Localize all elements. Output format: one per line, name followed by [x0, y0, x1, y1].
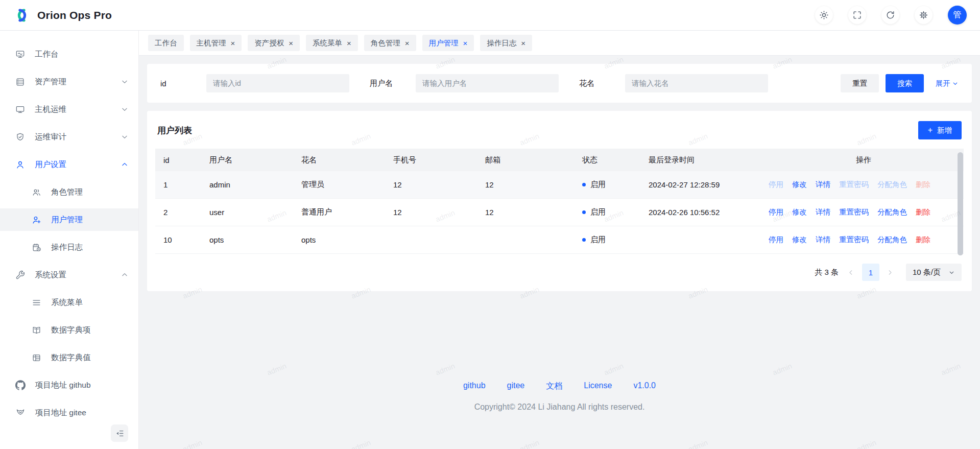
fullscreen-button[interactable]	[848, 6, 866, 24]
sidebar-item-operation-log[interactable]: 操作日志	[0, 236, 138, 258]
status-badge: 启用	[577, 235, 643, 245]
add-user-button[interactable]: + 新增	[918, 121, 962, 139]
prev-page-button[interactable]	[846, 269, 857, 276]
id-input[interactable]	[206, 74, 349, 92]
close-icon[interactable]: ×	[463, 39, 468, 47]
sidebar-item-label: 系统设置	[35, 270, 66, 280]
reset-button[interactable]: 重置	[841, 74, 879, 92]
chevron-up-icon	[121, 161, 128, 168]
action-reset-password[interactable]: 重置密码	[839, 207, 869, 217]
avatar[interactable]: 管	[948, 6, 967, 25]
sidebar-item-asset-management[interactable]: 资产管理	[0, 70, 138, 93]
theme-toggle-button[interactable]	[815, 6, 833, 24]
nickname-input[interactable]	[625, 74, 768, 92]
sun-icon	[819, 10, 829, 20]
sidebar-item-github-link[interactable]: 项目地址 github	[0, 374, 138, 396]
copyright-text: Copyright© 2024 Li Jiahang All rights re…	[147, 403, 972, 412]
book-icon	[32, 325, 41, 335]
field-label-username: 用户名	[370, 79, 416, 88]
refresh-button[interactable]	[881, 6, 899, 24]
footer-link-docs[interactable]: 文档	[546, 381, 562, 392]
column-header-email: 邮箱	[480, 155, 577, 165]
search-button[interactable]: 搜索	[886, 74, 924, 92]
action-detail[interactable]: 详情	[816, 180, 830, 190]
sidebar-item-label: 项目地址 gitee	[35, 408, 86, 418]
page-size-select[interactable]: 10 条/页	[906, 264, 962, 281]
close-icon[interactable]: ×	[405, 39, 410, 47]
footer-link-github[interactable]: github	[463, 381, 486, 392]
app-header: Orion Ops Pro	[0, 0, 980, 31]
tab-system-menu[interactable]: 系统菜单 ×	[306, 35, 358, 51]
sidebar-item-label: 数据字典值	[51, 352, 91, 363]
action-assign-role[interactable]: 分配角色	[877, 207, 907, 217]
wrench-icon	[15, 270, 25, 280]
close-icon[interactable]: ×	[347, 39, 351, 47]
action-disable[interactable]: 停用	[769, 207, 783, 217]
close-icon[interactable]: ×	[521, 39, 525, 47]
collapse-sidebar-button[interactable]	[111, 424, 128, 442]
sidebar-item-workbench[interactable]: 工作台	[0, 43, 138, 65]
page-number-1[interactable]: 1	[862, 264, 879, 281]
settings-button[interactable]	[915, 6, 933, 24]
chevron-left-icon	[847, 269, 855, 276]
expand-toggle[interactable]: 展开	[936, 79, 959, 88]
tab-operation-log[interactable]: 操作日志 ×	[480, 35, 532, 51]
chevron-down-icon	[121, 133, 128, 140]
column-header-actions: 操作	[763, 155, 964, 165]
search-actions: 重置 搜索 展开	[841, 74, 959, 92]
action-reset-password[interactable]: 重置密码	[839, 180, 869, 190]
page-footer: github gitee 文档 License v1.0.0 Copyright…	[147, 381, 972, 412]
sidebar-item-host-ops[interactable]: 主机运维	[0, 98, 138, 121]
column-header-id: id	[155, 156, 204, 164]
action-delete[interactable]: 删除	[916, 180, 930, 190]
sidebar-item-label: 角色管理	[51, 187, 83, 198]
action-detail[interactable]: 详情	[816, 207, 830, 217]
table-row: 2 user 普通用户 12 12 启用 2024-02-26 10:56:52…	[155, 199, 964, 226]
footer-link-version[interactable]: v1.0.0	[633, 381, 656, 392]
tab-host-management[interactable]: 主机管理 ×	[190, 35, 242, 51]
action-edit[interactable]: 修改	[792, 180, 807, 190]
sidebar-item-label: 项目地址 github	[35, 380, 91, 391]
plus-icon: +	[928, 126, 933, 134]
table-scrollbar[interactable]	[958, 152, 963, 255]
action-reset-password[interactable]: 重置密码	[839, 235, 869, 245]
sidebar-item-ops-audit[interactable]: 运维审计	[0, 126, 138, 148]
sidebar-item-role-management[interactable]: 角色管理	[0, 181, 138, 203]
sidebar-item-user-settings[interactable]: 用户设置	[0, 153, 138, 176]
sidebar-item-label: 用户设置	[35, 159, 66, 170]
action-edit[interactable]: 修改	[792, 235, 807, 245]
sidebar-item-user-management[interactable]: 用户管理	[0, 208, 138, 231]
close-icon[interactable]: ×	[289, 39, 293, 47]
action-detail[interactable]: 详情	[816, 235, 830, 245]
table-row: 1 admin 管理员 12 12 启用 2024-02-27 12:28:59…	[155, 171, 964, 199]
username-input[interactable]	[416, 74, 559, 92]
chevron-up-icon	[121, 271, 128, 278]
action-delete[interactable]: 删除	[916, 235, 930, 245]
action-assign-role[interactable]: 分配角色	[877, 180, 907, 190]
action-assign-role[interactable]: 分配角色	[877, 235, 907, 245]
row-actions: 停用 修改 详情 重置密码 分配角色 删除	[763, 207, 964, 217]
tab-asset-authorization[interactable]: 资产授权 ×	[248, 35, 300, 51]
close-icon[interactable]: ×	[231, 39, 235, 47]
footer-link-license[interactable]: License	[584, 381, 612, 392]
sidebar-item-label: 主机运维	[35, 104, 66, 115]
tab-user-management[interactable]: 用户管理 ×	[422, 35, 474, 51]
action-disable[interactable]: 停用	[769, 180, 783, 190]
next-page-button[interactable]	[885, 269, 896, 276]
sidebar-item-system-settings[interactable]: 系统设置	[0, 264, 138, 286]
menu-lines-icon	[32, 298, 41, 308]
user-list-card: 用户列表 + 新增 id 用户名 花名 手机号 邮箱 状态 最后登录时间	[147, 111, 972, 291]
sidebar-item-gitee-link[interactable]: 项目地址 gitee	[0, 401, 138, 424]
status-dot-icon	[582, 183, 586, 186]
tab-role-management[interactable]: 角色管理 ×	[364, 35, 416, 51]
sidebar-item-system-menu[interactable]: 系统菜单	[0, 291, 138, 314]
action-edit[interactable]: 修改	[792, 207, 807, 217]
footer-link-gitee[interactable]: gitee	[507, 381, 525, 392]
pagination: 共 3 条 1 10 条/页	[155, 254, 964, 284]
tab-workbench[interactable]: 工作台	[148, 35, 184, 51]
action-delete[interactable]: 删除	[916, 207, 930, 217]
table-header-row: id 用户名 花名 手机号 邮箱 状态 最后登录时间 操作	[155, 149, 964, 171]
sidebar-item-dict-items[interactable]: 数据字典项	[0, 319, 138, 341]
action-disable[interactable]: 停用	[769, 235, 783, 245]
sidebar-item-dict-values[interactable]: 数据字典值	[0, 346, 138, 369]
